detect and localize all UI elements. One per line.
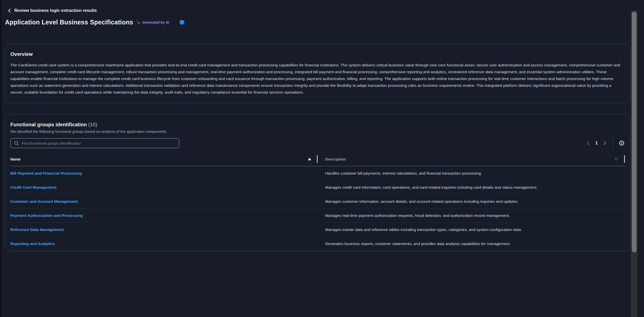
group-name-link[interactable]: Reporting and Analytics [10, 242, 55, 246]
page-content: Review business logic extraction results… [5, 0, 630, 251]
search-icon [14, 141, 19, 146]
scrollbar-track[interactable] [631, 11, 637, 317]
group-description: Manages master data and reference tables… [325, 227, 522, 232]
search-box[interactable] [10, 138, 179, 148]
table-row: Reference Data Management Manages master… [10, 223, 625, 237]
search-input[interactable] [22, 141, 176, 145]
column-header-name[interactable]: Name [10, 153, 318, 166]
table-toolbar: 1 ⚙ [10, 138, 625, 148]
group-description: Generates business reports, customer sta… [325, 242, 509, 246]
scrollbar-thumb[interactable] [632, 12, 637, 253]
group-description: Manages customer information, account de… [325, 199, 519, 204]
functional-groups-panel: Functional groups identification (10) We… [5, 114, 630, 251]
previous-page-button[interactable] [585, 140, 591, 147]
back-link-label: Review business logic extraction results [14, 8, 97, 13]
group-name-link[interactable]: Credit Card Management [10, 185, 56, 189]
table-row: Payment Authorization and Processing Man… [10, 209, 625, 223]
group-description: Manages credit card information, card op… [325, 185, 537, 189]
sparkle-icon: ✦✦ [137, 21, 141, 25]
overview-panel: Overview The CardDemo credit card system… [5, 44, 630, 103]
next-page-button[interactable] [602, 140, 608, 147]
left-edge-strip [0, 0, 3, 317]
group-name-link[interactable]: Reference Data Management [10, 227, 64, 232]
table-row: Credit Card Management Manages credit ca… [10, 180, 625, 194]
functional-groups-subtitle: We identified the following functional g… [10, 129, 625, 134]
table-row: Reporting and Analytics Generates busine… [10, 237, 625, 251]
group-name-link[interactable]: Payment Authorization and Processing [10, 213, 83, 218]
overview-text: The CardDemo credit card system is a com… [10, 62, 625, 96]
column-header-description[interactable]: Description ▽ [318, 153, 625, 166]
column-resize-handle[interactable] [624, 155, 625, 163]
group-description: Handles customer bill payments, interest… [325, 171, 482, 175]
group-description: Manages real-time payment authorization … [325, 213, 510, 218]
status-dot [180, 20, 184, 25]
overview-title: Overview [10, 51, 625, 57]
back-link[interactable]: Review business logic extraction results [8, 8, 97, 13]
column-resize-handle[interactable] [317, 155, 318, 163]
group-name-link[interactable]: Bill Payment and Financial Processing [10, 171, 82, 175]
generated-by-ai-badge: ✦✦ Generated by AI [137, 20, 169, 24]
filter-triangle-icon: ▽ [615, 157, 618, 161]
functional-groups-title-text: Functional groups identification [10, 122, 87, 127]
toolbar-divider [613, 138, 613, 148]
current-page-number[interactable]: 1 [595, 141, 598, 146]
description-column-label: Description [325, 157, 346, 161]
functional-groups-table: Name Description ▽ [10, 153, 625, 251]
functional-groups-title: Functional groups identification (10) [10, 122, 625, 128]
chevron-left-icon [8, 8, 11, 13]
gear-icon[interactable]: ⚙ [618, 140, 625, 147]
functional-groups-count: (10) [88, 122, 97, 127]
table-row: Bill Payment and Financial Processing Ha… [10, 166, 625, 180]
group-name-link[interactable]: Customer and Account Management [10, 199, 78, 204]
sort-ascending-icon [308, 158, 311, 160]
ai-badge-label: Generated by AI [142, 20, 169, 24]
title-row: Application Level Business Specification… [5, 19, 630, 26]
table-row: Customer and Account Management Manages … [10, 194, 625, 209]
pagination: 1 ⚙ [585, 138, 625, 148]
name-column-label: Name [10, 157, 21, 161]
page-title: Application Level Business Specification… [5, 19, 133, 26]
